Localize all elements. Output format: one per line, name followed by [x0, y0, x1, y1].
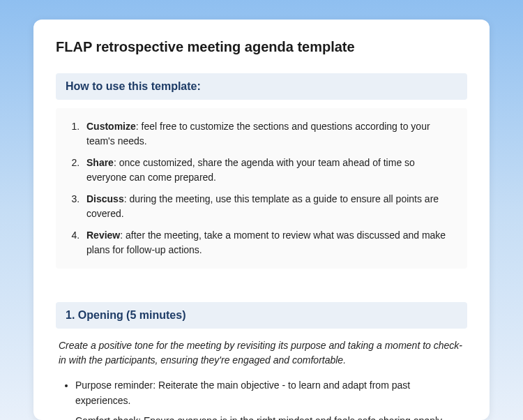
- howto-item: Discuss: during the meeting, use this te…: [82, 192, 455, 221]
- howto-list: Customize: feel free to customize the se…: [68, 119, 455, 257]
- section1-bullets: Purpose reminder: Reiterate the main obj…: [56, 377, 467, 420]
- howto-item-text: : once customized, share the agenda with…: [86, 157, 415, 183]
- howto-item-label: Discuss: [86, 193, 124, 204]
- howto-item-label: Review: [86, 230, 120, 241]
- howto-box: Customize: feel free to customize the se…: [56, 108, 467, 269]
- howto-item-label: Share: [86, 157, 114, 168]
- howto-item-text: : after the meeting, take a moment to re…: [86, 230, 446, 255]
- howto-item-label: Customize: [86, 121, 136, 132]
- howto-item-text: : during the meeting, use this template …: [86, 193, 439, 219]
- howto-header: How to use this template:: [56, 73, 467, 100]
- howto-item: Review: after the meeting, take a moment…: [82, 228, 455, 257]
- howto-item: Share: once customized, share the agenda…: [82, 156, 455, 185]
- section1-intro: Create a positive tone for the meeting b…: [59, 338, 464, 368]
- bullet-item: Purpose reminder: Reiterate the main obj…: [75, 377, 467, 409]
- section1-header: 1. Opening (5 minutes): [56, 302, 467, 329]
- howto-item-text: : feel free to customize the sections an…: [86, 121, 430, 147]
- bullet-item: Comfort check: Ensure everyone is in the…: [75, 413, 467, 420]
- document-card: FLAP retrospective meeting agenda templa…: [33, 20, 490, 420]
- howto-item: Customize: feel free to customize the se…: [82, 119, 455, 149]
- page-title: FLAP retrospective meeting agenda templa…: [56, 39, 467, 55]
